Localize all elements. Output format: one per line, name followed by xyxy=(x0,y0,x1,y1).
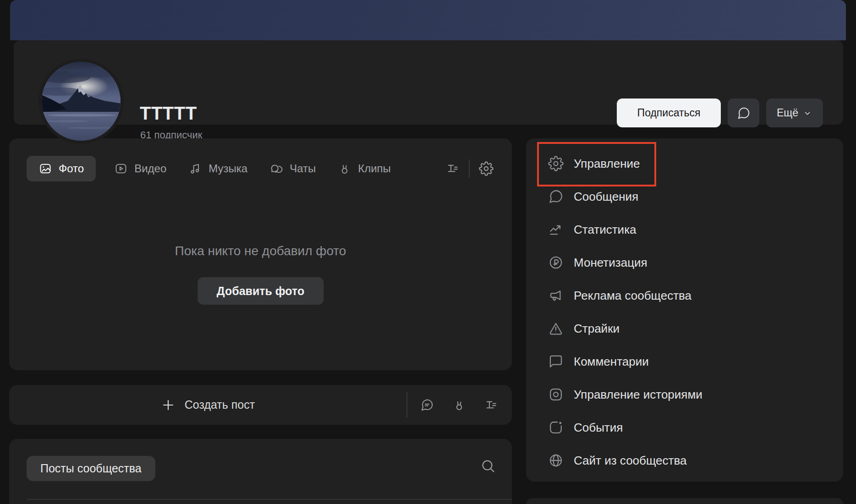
next-sidebar-card-edge xyxy=(526,498,843,504)
header-actions: Подписаться Ещё xyxy=(617,99,823,127)
community-title: ТТТТТ xyxy=(140,103,197,124)
sidebar-item-label: Управление историями xyxy=(574,388,702,402)
tab-video[interactable]: Видео xyxy=(114,162,166,175)
gear-icon xyxy=(548,156,564,171)
stats-icon xyxy=(548,222,564,237)
toolbar-divider xyxy=(469,159,470,178)
posts-search-button[interactable] xyxy=(477,457,499,476)
clips-button[interactable] xyxy=(452,398,466,412)
clips-icon xyxy=(452,398,466,412)
sidebar-item-events[interactable]: События xyxy=(526,411,843,444)
create-post-button[interactable]: Создать пост xyxy=(9,398,406,412)
megaphone-icon xyxy=(548,288,564,303)
create-post-tools xyxy=(407,398,512,412)
tab-tools xyxy=(446,159,494,178)
message-button[interactable] xyxy=(728,99,759,127)
comment-square-icon xyxy=(548,354,564,369)
warning-icon xyxy=(548,321,564,336)
photos-empty-message: Пока никто не добавил фото xyxy=(9,244,512,258)
events-icon xyxy=(548,420,564,435)
sidebar-item-label: Сайт из сообщества xyxy=(574,454,686,468)
posts-divider xyxy=(27,499,512,500)
tab-photo[interactable]: Фото xyxy=(27,156,96,181)
video-icon xyxy=(114,162,128,175)
tab-label: Чаты xyxy=(290,162,316,175)
cover-image xyxy=(10,0,846,40)
message-circle-icon xyxy=(548,189,564,204)
photo-icon xyxy=(38,162,52,175)
sidebar-item-advertising[interactable]: Реклама сообщества xyxy=(526,279,843,312)
sidebar-item-comments[interactable]: Комментарии xyxy=(526,345,843,378)
gear-icon xyxy=(479,161,494,176)
chevron-down-icon xyxy=(802,108,812,118)
sidebar-item-label: Статистика xyxy=(574,223,637,237)
sidebar-item-label: Страйки xyxy=(574,322,620,336)
subscribe-button[interactable]: Подписаться xyxy=(617,99,721,127)
sidebar-item-community-site[interactable]: Сайт из сообщества xyxy=(526,444,843,477)
tab-label: Видео xyxy=(134,162,166,175)
tab-music[interactable]: Музыка xyxy=(188,162,247,175)
message-circle-icon xyxy=(737,106,751,120)
text-settings-icon xyxy=(446,162,460,175)
community-header-card: ТТТТТ 61 подписчик Подписаться Ещё xyxy=(14,40,843,125)
tab-chats[interactable]: Чаты xyxy=(269,162,316,175)
sidebar-item-management[interactable]: Управление xyxy=(526,147,843,180)
section-settings-button[interactable] xyxy=(479,161,494,176)
tab-label: Музыка xyxy=(209,162,247,175)
photos-section-card: Фото Видео Музыка xyxy=(9,138,512,370)
globe-icon xyxy=(548,453,564,468)
text-settings-icon xyxy=(484,398,498,412)
more-button[interactable]: Ещё xyxy=(766,99,823,127)
sidebar-item-messages[interactable]: Сообщения xyxy=(526,180,843,213)
sidebar-item-label: Монетизация xyxy=(574,256,647,270)
sidebar-item-monetization[interactable]: Монетизация xyxy=(526,246,843,279)
tab-label: Клипы xyxy=(358,162,391,175)
plus-icon xyxy=(161,398,176,412)
sidebar-item-stories[interactable]: Управление историями xyxy=(526,378,843,411)
search-icon xyxy=(480,458,496,474)
text-settings-button[interactable] xyxy=(446,162,460,175)
sidebar-item-label: Реклама сообщества xyxy=(574,289,691,303)
clips-icon xyxy=(338,162,351,175)
suggest-post-button[interactable] xyxy=(420,398,434,412)
sidebar-item-label: Сообщения xyxy=(574,190,638,204)
tab-clips[interactable]: Клипы xyxy=(338,162,391,175)
content-tabbar: Фото Видео Музыка xyxy=(27,156,494,181)
avatar-mountain-lake-photo xyxy=(42,62,121,141)
tab-label: Фото xyxy=(59,162,84,175)
community-posts-card: Посты сообщества xyxy=(9,439,512,504)
chats-icon xyxy=(269,162,283,175)
sidebar-item-label: Управление xyxy=(574,157,640,171)
vk-community-page: ТТТТТ 61 подписчик Подписаться Ещё xyxy=(0,0,856,504)
suggest-post-icon xyxy=(420,398,434,412)
admin-sidebar: Управление Сообщения Статистика Монетиза… xyxy=(526,138,843,482)
stories-icon xyxy=(548,387,564,402)
posts-filter-chip[interactable]: Посты сообщества xyxy=(27,456,155,481)
ruble-icon xyxy=(548,255,564,270)
avatar[interactable] xyxy=(38,59,124,144)
create-post-card: Создать пост xyxy=(9,385,512,425)
sidebar-item-strikes[interactable]: Страйки xyxy=(526,312,843,345)
music-icon xyxy=(188,162,202,175)
sidebar-item-statistics[interactable]: Статистика xyxy=(526,213,843,246)
text-settings-button[interactable] xyxy=(484,398,498,412)
sidebar-item-label: События xyxy=(574,421,623,435)
more-label: Ещё xyxy=(777,107,798,119)
add-photo-button[interactable]: Добавить фото xyxy=(198,277,324,305)
sidebar-item-label: Комментарии xyxy=(574,355,649,369)
create-post-label: Создать пост xyxy=(185,398,255,411)
